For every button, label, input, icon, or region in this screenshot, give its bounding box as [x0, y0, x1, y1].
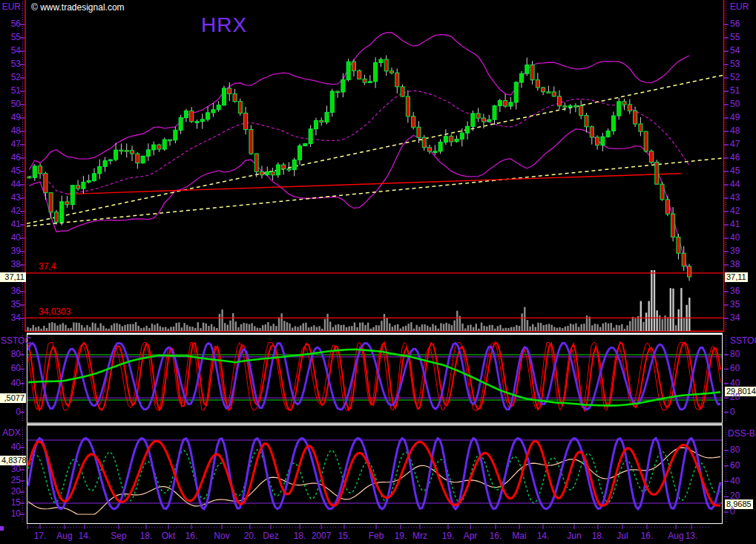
symbol-title: HRX [201, 15, 247, 36]
price-tick-label-right: 38 [730, 260, 740, 269]
date-label: Feb [369, 531, 384, 541]
price-tick-label-left: 48 [1, 126, 21, 136]
price-tick-label-left: 34 [1, 313, 21, 323]
dss-label-right: DSS-BLA [728, 429, 756, 439]
date-label: Aug [668, 531, 683, 541]
price-tick-label-left: 40 [1, 233, 21, 243]
price-tick-label-left: 44 [1, 180, 21, 189]
price-tick-label-left: 55 [1, 33, 21, 42]
copyright-label: © www.tradesignal.com [31, 3, 125, 13]
date-label: 16. [641, 531, 654, 541]
price-tick-label-right: 42 [730, 206, 740, 216]
price-tick-label-right: 48 [730, 126, 740, 136]
sstoc-tick-label-right: 60 [730, 364, 740, 373]
price-tick-label-right: 51 [730, 86, 740, 96]
date-label: Jul [617, 531, 628, 541]
adx-tick-label-left: 15 [1, 498, 21, 508]
adx-tick-label-left: 20 [1, 487, 21, 497]
price-tick-label-left: 43 [1, 193, 21, 203]
date-label: 20. [244, 531, 257, 541]
price-tick-label-left: 52 [1, 73, 21, 82]
adx-tick-label-left: 30 [1, 465, 21, 474]
price-tick-label-left: 54 [1, 46, 21, 56]
price-tick-label-right: 56 [730, 19, 740, 29]
date-label: Nov [214, 531, 229, 541]
price-tick-label-right: 39 [730, 246, 740, 256]
price-tick-label-left: 35 [1, 300, 21, 309]
price-tick-label-right: 49 [730, 113, 740, 122]
price-tick-label-left: 36 [1, 286, 21, 296]
dss-tick-label-right: 0 [730, 507, 735, 517]
price-tick-label-right: 50 [730, 99, 740, 109]
price-tick-label-right: 34 [730, 313, 740, 323]
price-tick-label-right: 54 [730, 46, 740, 56]
date-label: 13. [686, 531, 698, 541]
last-price-box-right: 37,11 [725, 272, 748, 282]
price-tick-label-left: 47 [1, 140, 21, 149]
date-label: Mai [512, 531, 526, 541]
hline-label-340303: 34,0303 [39, 307, 70, 317]
price-tick-label-left: 49 [1, 113, 21, 122]
price-tick-label-right: 36 [730, 286, 740, 296]
sstoc-tick-label-left: 60 [1, 364, 21, 373]
date-label: Dez [263, 531, 278, 541]
price-tick-label-right: 44 [730, 180, 740, 189]
sstoc-tick-label-right: 40 [730, 378, 740, 388]
date-label: Sep [111, 531, 126, 541]
price-tick-label-left: 46 [1, 153, 21, 163]
price-tick-label-left: 41 [1, 220, 21, 229]
dss-tick-label-right: 40 [730, 476, 740, 486]
sstoc-tick-label-left: 0 [1, 407, 21, 417]
price-tick-label-right: 55 [730, 33, 740, 42]
price-tick-label-left: 51 [1, 86, 21, 96]
date-label: 14. [79, 531, 91, 541]
price-tick-label-left: 39 [1, 246, 21, 256]
price-tick-label-right: 41 [730, 220, 740, 229]
chart-canvas[interactable] [0, 0, 756, 544]
sstoc-tick-label-left: 80 [1, 350, 21, 359]
date-label: 19. [395, 531, 407, 541]
hline-label-374: 37,4 [39, 262, 56, 272]
sstoc-tick-label-right: 20 [730, 393, 740, 402]
currency-label-left: EUR [1, 2, 21, 12]
price-tick-label-left: 53 [1, 59, 21, 69]
date-label: 18. [294, 531, 306, 541]
price-tick-label-right: 46 [730, 153, 740, 163]
date-label: 18. [592, 531, 605, 541]
date-label: 15. [338, 531, 351, 541]
date-label: Mrz [412, 531, 427, 541]
price-tick-label-right: 53 [730, 59, 740, 69]
sstoc-tick-label-right: 0 [730, 407, 735, 417]
adx-label-left: ADX [1, 428, 21, 438]
date-label: 17. [34, 531, 47, 541]
dss-tick-label-right: 20 [730, 491, 740, 501]
price-tick-label-right: 52 [730, 73, 740, 82]
last-price-box-left: 37,11 [0, 272, 26, 282]
date-label: Okt [162, 531, 176, 541]
dss-tick-label-right: 80 [730, 445, 740, 455]
price-tick-label-left: 42 [1, 206, 21, 216]
date-label: 14. [537, 531, 550, 541]
price-tick-label-left: 45 [1, 166, 21, 176]
date-label: 19. [442, 531, 455, 541]
price-tick-label-left: 38 [1, 260, 21, 269]
sstoc-tick-label-left: 40 [1, 378, 21, 388]
sstoc-label-left: SSTOC [1, 336, 21, 346]
dss-tick-label-right: 60 [730, 461, 740, 471]
price-tick-label-right: 47 [730, 140, 740, 149]
price-tick-label-right: 40 [730, 233, 740, 243]
date-label: Aug [56, 531, 72, 541]
date-label: 18. [140, 531, 153, 541]
adx-tick-label-left: 25 [1, 476, 21, 485]
chart-window: © www.tradesignal.com HRX EUR EUR SSTOC … [0, 0, 756, 544]
adx-tick-label-left: 40 [1, 442, 21, 452]
date-label: 2007 [312, 531, 332, 541]
date-label: 16. [185, 531, 198, 541]
price-tick-label-right: 35 [730, 300, 740, 309]
date-label: Jun [567, 531, 581, 541]
adx-tick-label-left: 10 [1, 509, 21, 519]
sstoc-label-right: SSTOC [730, 336, 756, 346]
date-label: 16. [490, 531, 502, 541]
currency-label-right: EUR [730, 2, 749, 12]
price-tick-label-right: 45 [730, 166, 740, 176]
